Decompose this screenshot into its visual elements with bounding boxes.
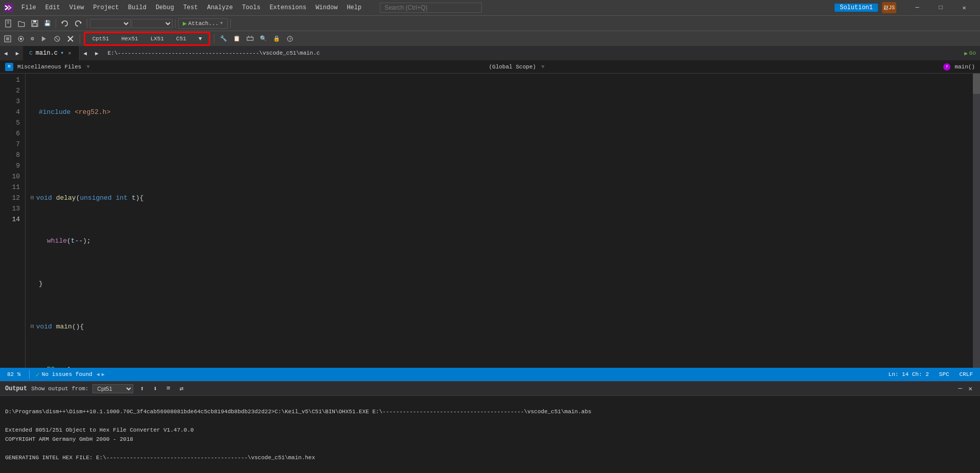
redo-button[interactable] [72,18,84,29]
menu-project[interactable]: Project [89,3,122,12]
attach-button[interactable]: ▶ Attach... ▼ [178,18,228,29]
output-close-button[interactable]: ✕ [966,384,975,394]
svg-marker-7 [80,22,82,24]
menu-bar: File Edit View Project Build Debug Test … [17,3,365,12]
code-line-1: #include <reg52.h> [31,107,968,117]
svg-rect-17 [247,37,253,40]
code-area[interactable]: #include <reg52.h> ⊟ void delay(unsigned… [26,74,973,368]
zoom-button[interactable]: 82 % [4,368,23,381]
menu-analyze[interactable]: Analyze [203,3,237,12]
doc-path-nav-fwd[interactable]: ▶ [91,48,103,59]
context-func-icon: f [943,63,950,70]
menu-test[interactable]: Test [179,3,202,12]
toolbar-right-6[interactable]: ? [284,34,296,43]
minimize-button[interactable]: ─ [905,0,929,15]
menu-help[interactable]: Help [342,3,365,12]
tab-label: main.c [36,50,58,57]
output-btn-down[interactable]: ⬇ [151,384,160,394]
output-minimize-button[interactable]: — [955,384,965,393]
code-line-7: P0 = 1; [31,364,968,368]
line-num-9: 9 [0,160,20,171]
platform-dropdown[interactable] [132,19,173,28]
search-input[interactable] [380,3,482,13]
toolbar-icon-5[interactable] [52,34,63,43]
solution-badge: Solution1 [835,4,878,12]
toolbar-right-2[interactable]: 📋 [231,34,242,43]
toolbar-icon-4[interactable] [38,34,50,43]
svg-rect-9 [6,37,9,40]
menu-window[interactable]: Window [311,3,341,12]
nav-back-button[interactable]: ◀ [0,48,12,59]
line-numbers: 1 2 3 4 5 6 7 8 9 10 11 12 13 14 [0,74,26,368]
toolbar-right-5[interactable]: 🔒 [271,34,282,43]
context-file-icon: M [5,63,13,71]
output-controls: Show output from: Cpt51 ⬆ ⬇ ≡ ⇄ [31,384,951,394]
line-ending-button[interactable]: CRLF [957,368,976,381]
scrollbar-thumb[interactable] [973,74,980,94]
maximize-button[interactable]: □ [929,0,952,15]
close-button[interactable]: ✕ [952,0,976,15]
line-num-6: 6 [0,128,20,139]
output-btn-list[interactable]: ≡ [164,384,173,393]
line-col-button[interactable]: Ln: 14 Ch: 2 [886,368,932,381]
status-bar: 82 % ✓ No issues found ◀ ▶ Ln: 14 Ch: 2 … [0,368,980,381]
no-issues-label: No issues found [42,371,92,377]
output-source-select[interactable]: Cpt51 [92,384,133,393]
menu-build[interactable]: Build [124,3,151,12]
nav-forward-button[interactable]: ▶ [12,48,23,59]
menu-view[interactable]: View [65,3,88,12]
svg-point-11 [20,38,22,40]
open-file-button[interactable] [15,18,28,29]
line-num-11: 11 [0,182,20,193]
line-num-14: 14 [0,214,20,225]
target-chevron[interactable]: ▼ [194,34,206,43]
go-button[interactable]: ▶ Go [960,48,980,59]
toolbar-right-1[interactable]: 🔧 [218,34,229,43]
scroll-right-icon[interactable]: ▶ [102,371,105,377]
encoding-button[interactable]: SPC [936,368,952,381]
vs-logo [4,3,13,12]
toolbar-icon-6[interactable] [65,34,76,43]
save-button[interactable] [29,18,41,29]
main-c-tab[interactable]: C main.c ● ✕ [23,46,79,60]
tab-close-button[interactable]: ✕ [66,50,72,57]
toolbar-icon-2[interactable] [15,34,27,43]
output-line-5: COPYRIGHT ARM Germany GmbH 2000 - 2018 [5,435,975,444]
menu-debug[interactable]: Debug [152,3,178,12]
output-line-1 [5,398,975,407]
toolbar-icon-1[interactable] [2,34,13,43]
output-btn-up[interactable]: ⬆ [137,384,146,394]
output-line-7: GENERATING INTEL HEX FILE: E:\----------… [5,453,975,462]
svg-rect-5 [33,23,37,26]
menu-file[interactable]: File [17,3,40,12]
editor-scrollbar[interactable] [973,74,980,368]
line-num-10: 10 [0,171,20,182]
cpt51-button[interactable]: Cpt51 [88,34,113,43]
menu-extensions[interactable]: Extensions [265,3,310,12]
c51-button[interactable]: C51 [172,34,190,43]
menu-edit[interactable]: Edit [41,3,64,12]
toolbar-right-4[interactable]: 🔍 [258,34,269,43]
output-line-2: D:\Programs\dism++\Dism++10.1.1000.70C_3… [5,407,975,416]
code-line-6: ⊟ void main(){ [31,321,968,332]
output-btn-wrap[interactable]: ⇄ [177,384,186,394]
hex51-button[interactable]: Hex51 [117,34,142,43]
output-panel: Output Show output from: Cpt51 ⬆ ⬇ ≡ ⇄ —… [0,381,980,470]
new-file-button[interactable] [2,18,14,29]
config-dropdown[interactable] [90,19,131,28]
line-num-3: 3 [0,96,20,107]
svg-rect-4 [33,20,36,22]
toolbar-icon-3[interactable]: ⚙ [29,34,36,43]
output-line-4: Extended 8051/251 Object to Hex File Con… [5,425,975,435]
toolbar-right-3[interactable] [244,34,256,43]
undo-button[interactable] [59,18,71,29]
line-num-1: 1 [0,75,20,85]
code-line-4: while(t--); [31,235,968,246]
lx51-button[interactable]: LX51 [146,34,168,43]
save-all-button[interactable]: 💾 [42,19,53,28]
line-num-12: 12 [0,193,20,203]
menu-tools[interactable]: Tools [238,3,264,12]
context-global-scope: (Global Scope) [489,64,536,70]
doc-path-nav[interactable]: ◀ [80,48,91,59]
scroll-left-icon[interactable]: ◀ [96,371,100,377]
